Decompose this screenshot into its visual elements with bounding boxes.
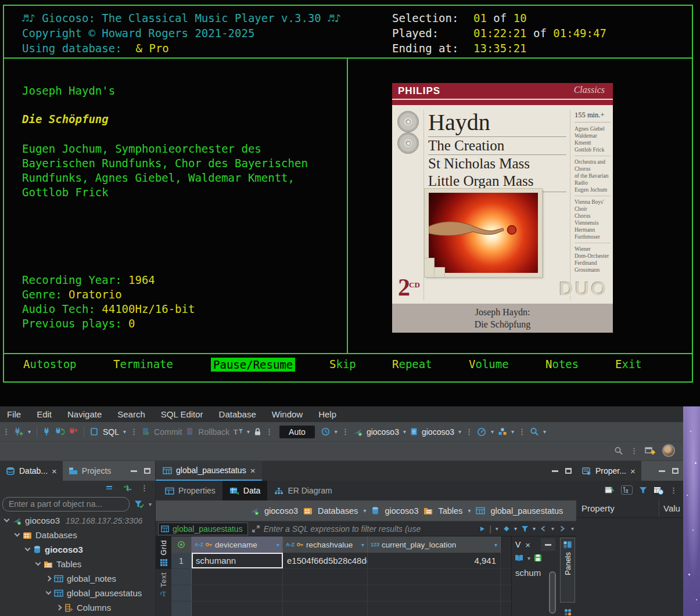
tree-item-tables-folder[interactable]: Tables: [0, 557, 155, 571]
forward-dropdown[interactable]: ▾: [571, 525, 574, 532]
menu-edit[interactable]: Edit: [37, 409, 52, 419]
sql-editor-dropdown[interactable]: ▾: [123, 428, 126, 435]
properties-menu-icon[interactable]: ⋮: [670, 486, 677, 495]
nav-back-icon[interactable]: [540, 525, 547, 532]
search-dropdown[interactable]: ▾: [543, 428, 546, 435]
user-avatar[interactable]: [662, 444, 675, 457]
link-with-editor-icon[interactable]: [123, 484, 132, 492]
exit-button[interactable]: Exit: [615, 358, 642, 370]
value-grouping-icon[interactable]: [563, 608, 572, 616]
pause-resume-button[interactable]: Pause/Resume: [211, 358, 295, 372]
notes-button[interactable]: Notes: [545, 358, 579, 370]
refresh-table-icon[interactable]: [654, 486, 663, 495]
open-perspective-icon[interactable]: [645, 446, 655, 455]
dashboard-gauge-icon[interactable]: [477, 427, 487, 436]
disconnect-icon[interactable]: [69, 427, 78, 436]
filters-dropdown[interactable]: ▾: [533, 525, 536, 532]
tab-database-navigator[interactable]: Datab... ×: [0, 461, 63, 481]
tab-projects[interactable]: Projects: [63, 461, 117, 481]
column-filter-dropdown[interactable]: ▾: [277, 542, 279, 548]
view-menu-icon[interactable]: ⋮: [141, 484, 148, 492]
subtab-properties[interactable]: Properties: [158, 481, 222, 500]
cell-rechashvalue[interactable]: e1504f66d5b28c48dc0: [283, 553, 368, 568]
subtab-er-diagram[interactable]: ER Diagram: [267, 481, 339, 500]
value-panel-scrollbar[interactable]: [549, 571, 556, 614]
tree-item-global-pausestatus[interactable]: global_pausestatus: [0, 586, 155, 600]
menu-navigate[interactable]: Navigate: [67, 409, 102, 419]
minimize-icon[interactable]: [552, 470, 558, 472]
column-filter-dropdown[interactable]: ▾: [361, 542, 364, 548]
nav-forward-icon[interactable]: [558, 525, 566, 532]
dashboard-dropdown[interactable]: ▾: [491, 428, 494, 435]
expander-down-icon[interactable]: [25, 546, 31, 552]
property-column-header[interactable]: Property: [576, 499, 659, 517]
connection-dropdown[interactable]: ▾: [403, 428, 406, 435]
breadcrumb-dropdown[interactable]: ▾: [468, 507, 471, 514]
column-header-current-play-location[interactable]: 123 current_play_location ▾: [368, 536, 501, 553]
menu-window[interactable]: Window: [272, 409, 303, 419]
expander-down-icon[interactable]: [35, 560, 41, 566]
tab-global-pausestatus[interactable]: global_pausestatus ×: [156, 461, 262, 481]
volume-button[interactable]: Volume: [469, 358, 509, 370]
column-filter-dropdown[interactable]: ▾: [494, 542, 497, 548]
commit-icon[interactable]: [142, 427, 150, 436]
value-column-header[interactable]: Valu: [659, 503, 680, 513]
commit-mode-auto[interactable]: Auto: [279, 426, 315, 438]
active-connection-name[interactable]: giocoso3: [367, 427, 399, 437]
row-number[interactable]: 1: [171, 553, 192, 568]
terminate-button[interactable]: Terminate: [113, 358, 173, 370]
save-value-icon[interactable]: [534, 554, 542, 562]
object-filter-input[interactable]: [2, 497, 130, 511]
column-header-rechashvalue[interactable]: A-Z rechashvalue ▾: [283, 536, 368, 553]
expander-down-icon[interactable]: [4, 517, 10, 523]
menu-database[interactable]: Database: [219, 409, 256, 419]
filters-menu-icon[interactable]: [521, 525, 529, 532]
filter-config-icon[interactable]: [134, 500, 144, 509]
transaction-dropdown[interactable]: ▾: [247, 428, 250, 435]
expand-filter-icon[interactable]: [252, 525, 260, 532]
subtab-data[interactable]: Data: [222, 481, 268, 500]
lock-icon[interactable]: [254, 427, 261, 436]
breadcrumb-table[interactable]: global_pausestatus: [490, 506, 563, 516]
cell-devicename[interactable]: schumann: [192, 553, 283, 568]
connect-icon[interactable]: [43, 427, 51, 436]
close-tab-icon[interactable]: ×: [52, 466, 57, 476]
sql-filter-input[interactable]: [264, 524, 476, 534]
column-header-devicename[interactable]: A-Z devicename ▾: [192, 536, 283, 553]
tree-item-columns[interactable]: Columns: [0, 600, 155, 615]
value-panel-minimize[interactable]: [541, 538, 555, 551]
menu-help[interactable]: Help: [318, 409, 336, 419]
presentation-text-tab[interactable]: Text T: [156, 569, 171, 600]
minimize-icon[interactable]: [659, 470, 665, 472]
menu-file[interactable]: File: [7, 409, 21, 419]
expander-right-icon[interactable]: [56, 605, 62, 611]
new-connection-icon[interactable]: [14, 427, 24, 436]
search-metadata-icon[interactable]: [530, 427, 539, 436]
maximize-icon[interactable]: [672, 468, 679, 474]
active-database-icon[interactable]: [410, 427, 418, 436]
sql-editor-label[interactable]: SQL: [103, 427, 119, 437]
new-connection-dropdown[interactable]: ▾: [28, 428, 31, 435]
menu-sql-editor[interactable]: SQL Editor: [161, 409, 203, 419]
reconnect-icon[interactable]: [55, 427, 64, 436]
filter-dropdown[interactable]: ▾: [149, 501, 152, 507]
expander-down-icon[interactable]: [15, 531, 20, 537]
close-tab-icon[interactable]: ×: [250, 466, 256, 475]
repeat-button[interactable]: Repeat: [392, 358, 432, 370]
schema-compare-icon[interactable]: [498, 427, 507, 436]
transaction-history-icon[interactable]: [321, 427, 331, 436]
skip-button[interactable]: Skip: [329, 358, 356, 370]
minimize-icon[interactable]: [131, 470, 137, 472]
expander-right-icon[interactable]: [46, 576, 52, 582]
presentation-grid-tab[interactable]: Grid: [156, 536, 171, 569]
tree-item-connection[interactable]: giocoso3 192.168.137.25:3306: [0, 513, 155, 528]
close-panel-icon[interactable]: ×: [525, 540, 530, 550]
sql-editor-icon[interactable]: [90, 427, 99, 436]
autostop-button[interactable]: Autostop: [23, 358, 77, 370]
breadcrumb-tables[interactable]: Tables: [438, 506, 462, 516]
pin-table-icon[interactable]: [605, 486, 615, 494]
dictionary-book-icon[interactable]: [514, 554, 524, 562]
breadcrumb-databases[interactable]: Databases: [318, 506, 358, 516]
filter-history-dropdown[interactable]: ▾: [496, 525, 498, 532]
maximize-icon[interactable]: [565, 468, 572, 474]
